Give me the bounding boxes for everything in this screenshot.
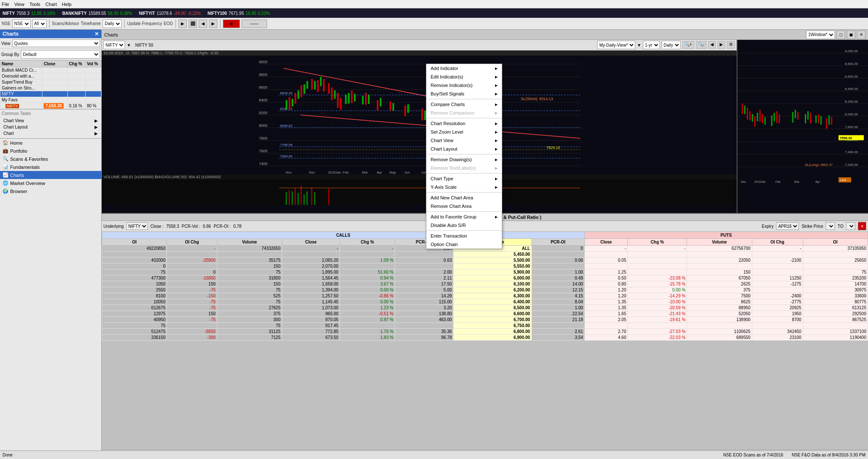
chevron-down-icon[interactable]: ▼ xyxy=(637,43,641,48)
table-row[interactable]: 75 0 75 1,895.00 51.60 % 2.00 5,900.00 1… xyxy=(102,269,868,275)
context-menu-item-edit-indicator-s-[interactable]: Edit Indicator(s)▶ xyxy=(426,73,502,81)
table-row[interactable]: SuperTrend Buy xyxy=(0,79,101,85)
color-btn[interactable]: ■ xyxy=(223,20,240,28)
close-scans-btn[interactable]: ✕ xyxy=(858,222,866,230)
nse-select[interactable]: NSE xyxy=(12,20,31,28)
toolbar-btn-3[interactable]: ◀ xyxy=(199,20,207,28)
table-row[interactable]: 612675 -75 27825 1,073.00 1.23 % 3.20 6,… xyxy=(102,305,868,311)
c-pcr-oi xyxy=(531,323,584,329)
context-menu-item-add-new-chart-area[interactable]: Add New Chart Area xyxy=(426,193,502,202)
table-row[interactable]: 477300 -16800 31800 1,564.45 0.94 % 2.11… xyxy=(102,275,868,281)
menu-help[interactable]: Help xyxy=(62,2,72,7)
menu-file[interactable]: File xyxy=(2,2,9,7)
nav-fundamentals[interactable]: 📊 Fundamentals xyxy=(0,163,101,171)
settings-btn[interactable]: ⚙ xyxy=(727,41,735,49)
table-row[interactable]: 8100 -150 525 1,257.50 -0.86 % 14.29 6,3… xyxy=(102,293,868,299)
toolbar-btn-4[interactable]: ▶ xyxy=(209,20,217,28)
context-menu-item-enter-transaction[interactable]: Enter Transaction xyxy=(426,232,502,240)
table-row[interactable]: 2550 -75 75 1,394.00 0.00 % 5.00 6,200.0… xyxy=(102,287,868,293)
task-chart-view[interactable]: Chart View ▶ xyxy=(2,118,100,124)
zoom-out-btn[interactable]: 🔍- xyxy=(696,41,707,49)
context-menu-item-remove-drawing-s-[interactable]: Remove Drawing(s)▶ xyxy=(426,155,502,164)
c-vol: 75 xyxy=(217,299,282,305)
strike-price: 6,800.00 xyxy=(453,329,532,335)
table-row[interactable]: 336150 -300 7125 673.50 1.83 % 96.78 6,9… xyxy=(102,335,868,341)
view-select-chart[interactable]: My-Daily-View* xyxy=(597,41,635,49)
context-menu-item-set-zoom-level[interactable]: Set Zoom Level▶ xyxy=(426,128,502,136)
table-row[interactable]: Oversold with a... xyxy=(0,73,101,79)
context-menu-item-compare-charts[interactable]: Compare Charts▶ xyxy=(426,100,502,109)
window-btn-2[interactable]: ◼ xyxy=(847,31,855,39)
menu-chart[interactable]: Chart xyxy=(45,2,57,7)
window-btn-1[interactable]: ◻ xyxy=(837,31,845,39)
table-row[interactable]: 512475 -5850 31125 772.85 1.76 % 35.36 6… xyxy=(102,329,868,335)
table-row[interactable]: 0 150 2,070.00 5,550.00 xyxy=(102,263,868,269)
context-menu-item-chart-layout[interactable]: Chart Layout▶ xyxy=(426,145,502,153)
c-oi-chg: -75 xyxy=(167,317,217,323)
toolbar-btn-1[interactable]: ▶ xyxy=(178,20,187,28)
scroll-right-btn[interactable]: ▶ xyxy=(718,41,725,49)
context-menu-item-add-to-favorite-group[interactable]: Add to Favorite Group▶ xyxy=(426,213,502,221)
menu-tools[interactable]: Tools xyxy=(29,2,40,7)
data-table-container[interactable]: CALLS PUTS OI OI Chg Volume Close Chg % … xyxy=(102,232,868,450)
task-chart[interactable]: Chart ▶ xyxy=(2,130,100,137)
context-menu-item-buy-sell-signals[interactable]: Buy/Sell Signals▶ xyxy=(426,90,502,98)
nav-scans[interactable]: 🔍 Scans & Favorites xyxy=(0,155,101,163)
all-select[interactable]: All xyxy=(32,20,47,28)
context-menu-item-remove-chart-area[interactable]: Remove Chart Area xyxy=(426,202,502,210)
strike-price-select[interactable] xyxy=(826,222,835,230)
sidebar-close-icon[interactable]: ✕ xyxy=(95,31,99,37)
nav-home[interactable]: 🏠 Home xyxy=(0,139,101,147)
to-select[interactable] xyxy=(846,222,855,230)
scroll-left-btn[interactable]: ◀ xyxy=(708,41,716,49)
interval-select[interactable]: Daily xyxy=(662,41,681,49)
period-select[interactable]: 1-yr xyxy=(643,41,660,49)
table-row-nifty[interactable]: NIFTY xyxy=(0,91,101,97)
context-menu-item-remove-indicator-s-[interactable]: Remove Indicator(s)▶ xyxy=(426,81,502,90)
expiry-select[interactable]: APR16 xyxy=(776,222,799,230)
context-menu-item-chart-type[interactable]: Chart Type▶ xyxy=(426,174,502,183)
context-menu-item-y-axis-scale[interactable]: Y-Axis Scale▶ xyxy=(426,183,502,191)
nav-portfolio[interactable]: 💼 Portfolio xyxy=(0,147,101,155)
table-row[interactable]: 1050 150 150 1,658.00 3.67 % 17.50 6,100… xyxy=(102,281,868,287)
p-chg: 0.00 % xyxy=(628,287,687,293)
table-row[interactable]: Gainers on Stro... xyxy=(0,85,101,91)
table-row-myfavs[interactable]: My Favs xyxy=(0,97,101,103)
task-chart-layout[interactable]: Chart Layout ▶ xyxy=(2,124,100,130)
nav-browser[interactable]: 🌍 Browser xyxy=(0,187,101,195)
table-row[interactable]: Bullish MACD Cr... xyxy=(0,67,101,73)
p-oi: 613125 xyxy=(803,305,868,311)
view-select[interactable]: Quotes xyxy=(12,39,100,47)
timeframe-select[interactable]: Daily xyxy=(103,20,122,28)
table-row[interactable]: 12975 150 375 965.00 -0.51 % 138.80 6,60… xyxy=(102,311,868,317)
context-menu-item-chart-view[interactable]: Chart View▶ xyxy=(426,136,502,145)
window-close-btn[interactable]: ✕ xyxy=(857,31,865,39)
svg-rect-39 xyxy=(314,81,316,90)
table-row-nifty-detail[interactable]: NIFTY 7,558.30 0.16 % 80 % xyxy=(0,103,101,109)
line-btn[interactable]: —— xyxy=(242,20,267,28)
underlying-select[interactable]: NIFTY xyxy=(126,222,148,230)
p-oi-chg: -2775 xyxy=(752,299,803,305)
nav-charts[interactable]: 📈 Charts xyxy=(0,171,101,179)
nav-market-overview[interactable]: 🌐 Market Overview xyxy=(0,179,101,187)
p-vol: 22050 xyxy=(687,257,752,263)
symbol-select[interactable]: NIFTY xyxy=(103,41,125,49)
toolbar-btn-2[interactable]: ⬛ xyxy=(189,20,197,28)
context-menu-item-disable-auto-s-r[interactable]: Disable Auto S/R xyxy=(426,221,502,230)
table-row[interactable]: 10050 -75 75 1,145.45 0.00 % 115.00 6,40… xyxy=(102,299,868,305)
menu-view[interactable]: View xyxy=(14,2,25,7)
window-select[interactable]: 1Window* xyxy=(806,31,835,39)
table-row[interactable]: 75 75 817.45 6,750.00 xyxy=(102,323,868,329)
svg-rect-131 xyxy=(776,111,777,123)
chart-canvas-area[interactable]: 9000 8800 8600 8400 8200 8000 7800 7600 … xyxy=(102,56,737,213)
table-row[interactable]: 40950 -75 300 870.05 0.97 % 463.00 6,700… xyxy=(102,317,868,323)
zoom-in-btn[interactable]: 🔍+ xyxy=(682,41,694,49)
groupby-select[interactable]: Default xyxy=(21,50,100,59)
dropdown-arrow-icon[interactable]: ▼ xyxy=(127,43,131,48)
context-menu-item-option-chain[interactable]: Option Chain xyxy=(426,240,502,249)
ctx-item-label: Remove Drawing(s) xyxy=(431,157,472,162)
context-menu-item-add-indicator[interactable]: Add Indicator▶ xyxy=(426,64,502,73)
table-row[interactable]: 5,450.00 xyxy=(102,252,868,257)
table-row[interactable]: 402000 -25800 35175 2,065.20 1.09 % 0.63… xyxy=(102,257,868,263)
context-menu-item-chart-resolution[interactable]: Chart Resolution▶ xyxy=(426,119,502,128)
